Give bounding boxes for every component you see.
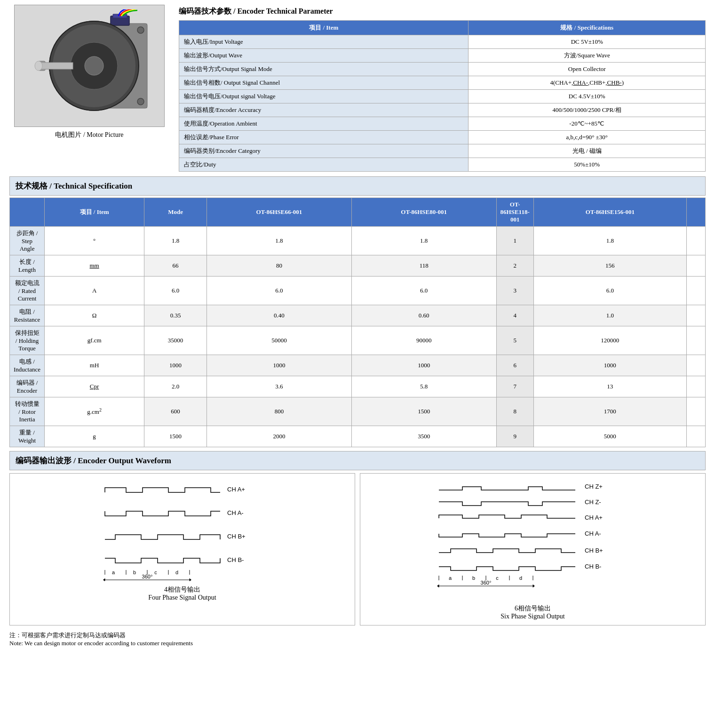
four-phase-waveform: CH A+ CH A- CH B+ CH B- a b c d <box>100 478 265 582</box>
spec-empty-1 <box>687 255 706 277</box>
encoder-spec-4: DC 4.5V±10% <box>469 90 706 103</box>
encoder-item-9: 占空比/Duty <box>179 158 469 172</box>
svg-point-11 <box>137 98 144 105</box>
encoder-col-item: 项目 / Item <box>179 21 469 35</box>
svg-marker-36 <box>103 578 105 581</box>
spec-v4-7: 1700 <box>533 397 686 426</box>
svg-text:c: c <box>154 570 157 575</box>
spec-num-8: 9 <box>496 426 533 447</box>
spec-empty-3 <box>687 305 706 326</box>
svg-marker-37 <box>190 578 191 581</box>
six-phase-cn: 6相信号输出 <box>500 604 565 613</box>
encoder-spec-1: 方波/Square Wave <box>469 49 706 63</box>
top-section: 电机图片 / Motor Picture 编码器技术参数 / Encoder T… <box>9 5 706 172</box>
spec-mode-0: ° <box>45 227 144 255</box>
spec-item-5: 电感 / Inductance <box>10 355 45 376</box>
spec-v1-4: 35000 <box>144 326 207 355</box>
motor-illustration <box>19 9 160 122</box>
spec-num-0: 1 <box>496 227 533 255</box>
encoder-item-3: 输出信号相数/ Output Signal Channel <box>179 76 469 90</box>
six-phase-box: CH Z+ CH Z- CH A+ CH A- CH B+ CH B- a b <box>360 473 706 625</box>
spec-empty-7 <box>687 397 706 426</box>
six-phase-en: Six Phase Signal Output <box>500 613 565 620</box>
encoder-spec-6: -20℃~+85℃ <box>469 117 706 131</box>
spec-num-1: 2 <box>496 255 533 277</box>
spec-v1-3: 0.35 <box>144 305 207 326</box>
four-phase-cn: 4相信号输出 <box>148 586 216 594</box>
spec-item-1: 长度 / Length <box>10 255 45 277</box>
svg-text:CH Z-: CH Z- <box>585 499 601 506</box>
tech-spec-header: 技术规格 / Technical Specification <box>9 176 706 196</box>
encoder-spec-3: 4(CHA+,CHA-,CHB+,CHB-) <box>469 76 706 90</box>
svg-rect-18 <box>39 63 73 69</box>
svg-text:b: b <box>472 575 475 581</box>
spec-v3-3: 0.60 <box>351 305 496 326</box>
encoder-spec-8: 光电 / 磁编 <box>469 144 706 158</box>
spec-model4-header: OT-86HSE156-001 <box>533 198 686 227</box>
spec-v3-8: 3500 <box>351 426 496 447</box>
spec-empty-2 <box>687 277 706 305</box>
waveform-area: CH A+ CH A- CH B+ CH B- a b c d <box>9 473 706 625</box>
four-phase-box: CH A+ CH A- CH B+ CH B- a b c d <box>9 473 355 625</box>
spec-empty-header <box>687 198 706 227</box>
spec-num-7: 8 <box>496 397 533 426</box>
encoder-spec-5: 400/500/1000/2500 CPR/相 <box>469 103 706 117</box>
spec-v1-8: 1500 <box>144 426 207 447</box>
spec-v4-2: 6.0 <box>533 277 686 305</box>
encoder-item-0: 输入电压/Input Voltage <box>179 35 469 49</box>
encoder-spec-7: a,b,c,d=90° ±30° <box>469 131 706 144</box>
spec-v3-1: 118 <box>351 255 496 277</box>
encoder-col-spec: 规格 / Specifications <box>469 21 706 35</box>
spec-v4-0: 1.8 <box>533 227 686 255</box>
encoder-item-1: 输出波形/Output Wave <box>179 49 469 63</box>
spec-v2-8: 2000 <box>207 426 351 447</box>
note-en: Note: We can design motor or encoder acc… <box>9 640 706 647</box>
spec-v1-7: 600 <box>144 397 207 426</box>
spec-empty-4 <box>687 326 706 355</box>
spec-model1-header: OT-86HSE66-001 <box>207 198 351 227</box>
spec-item-header: 项目 / Item <box>45 198 144 227</box>
spec-v1-6: 2.0 <box>144 376 207 397</box>
encoder-spec-9: 50%±10% <box>469 158 706 172</box>
spec-v1-0: 1.8 <box>144 227 207 255</box>
spec-item-3: 电阻 / Resistance <box>10 305 45 326</box>
spec-mode-7: g.cm2 <box>45 397 144 426</box>
svg-point-9 <box>137 27 144 33</box>
spec-v2-6: 3.6 <box>207 376 351 397</box>
encoder-item-2: 输出信号方式/Output Signal Mode <box>179 63 469 76</box>
spec-empty-0 <box>687 227 706 255</box>
spec-model3-header: OT-86HSE118-001 <box>496 198 533 227</box>
spec-v2-4: 50000 <box>207 326 351 355</box>
encoder-table: 项目 / Item 规格 / Specifications 输入电压/Input… <box>179 20 706 172</box>
encoder-table-container: 编码器技术参数 / Encoder Technical Parameter 项目… <box>179 5 706 172</box>
spec-item-0: 步距角 / Step Angle <box>10 227 45 255</box>
svg-text:a: a <box>448 575 452 581</box>
spec-mode-8: g <box>45 426 144 447</box>
spec-empty-5 <box>687 355 706 376</box>
svg-text:CH A+: CH A+ <box>585 514 603 521</box>
svg-text:CH A+: CH A+ <box>227 486 245 493</box>
spec-v4-5: 1000 <box>533 355 686 376</box>
spec-v2-1: 80 <box>207 255 351 277</box>
spec-model2-header: OT-86HSE80-001 <box>351 198 496 227</box>
spec-v3-6: 5.8 <box>351 376 496 397</box>
spec-num-6: 7 <box>496 376 533 397</box>
spec-empty-8 <box>687 426 706 447</box>
encoder-spec-2: Open Collector <box>469 63 706 76</box>
spec-v4-4: 120000 <box>533 326 686 355</box>
spec-v4-1: 156 <box>533 255 686 277</box>
motor-image-container: 电机图片 / Motor Picture <box>9 5 169 172</box>
svg-text:360°: 360° <box>142 574 152 579</box>
svg-text:CH A-: CH A- <box>585 530 601 537</box>
spec-v3-0: 1.8 <box>351 227 496 255</box>
spec-v1-2: 6.0 <box>144 277 207 305</box>
svg-text:CH Z+: CH Z+ <box>585 483 603 490</box>
spec-mode-5: mH <box>45 355 144 376</box>
svg-text:CH B-: CH B- <box>227 556 244 563</box>
spec-item-8: 重量 / Weight <box>10 426 45 447</box>
spec-mode-3: Ω <box>45 305 144 326</box>
spec-item-4: 保持扭矩 / Holding Torque <box>10 326 45 355</box>
encoder-item-8: 编码器类别/Encoder Category <box>179 144 469 158</box>
svg-text:CH B-: CH B- <box>585 563 601 570</box>
spec-empty-6 <box>687 376 706 397</box>
